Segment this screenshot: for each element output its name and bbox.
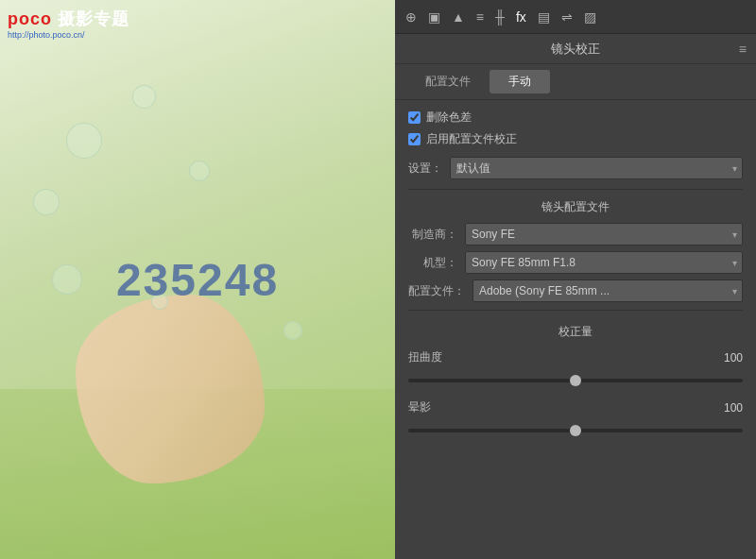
model-dropdown[interactable]: Sony FE 85mm F1.8 (465, 251, 743, 274)
tab-manual[interactable]: 手动 (490, 70, 550, 93)
panel-menu-icon[interactable]: ≡ (739, 42, 747, 57)
toolbar-icon-6[interactable]: ⇌ (558, 8, 576, 26)
toolbar-icon-3[interactable]: ≡ (473, 8, 487, 26)
slider-name-distortion: 扭曲度 (408, 349, 442, 365)
toolbar-icon-7[interactable]: ▨ (581, 8, 599, 26)
model-dropdown-wrapper: Sony FE 85mm F1.8 (465, 251, 743, 274)
slider-value-vignette: 100 (714, 401, 743, 415)
slider-vignette[interactable] (408, 429, 743, 432)
slider-name-vignette: 晕影 (408, 399, 431, 415)
checkbox-row-enable-profile: 启用配置文件校正 (408, 131, 743, 147)
toolbar-icon-5[interactable]: ▤ (535, 8, 553, 26)
manufacturer-dropdown-wrapper: Sony FE (465, 223, 743, 246)
panel-content[interactable]: 删除色差 启用配置文件校正 设置： 默认值 自定义 镜头配置文件 制造商： S (395, 100, 756, 559)
checkbox-row-remove-ca: 删除色差 (408, 110, 743, 126)
slider-row-distortion: 扭曲度 100 (408, 349, 743, 386)
watermark-number: 235248 (116, 254, 279, 306)
toolbar-icon-fx[interactable]: fx (513, 8, 529, 26)
lens-profile-section-title: 镜头配置文件 (408, 199, 743, 215)
toolbar-icon-4[interactable]: ╫ (492, 8, 507, 26)
poco-logo: poco 摄影专题 (8, 8, 129, 30)
slider-distortion[interactable] (408, 379, 743, 382)
tabs-row: 配置文件 手动 (395, 64, 756, 100)
profile-label-model: 机型： (408, 255, 457, 271)
slider-header-vignette: 晕影 100 (408, 399, 743, 415)
hand-image (76, 295, 265, 483)
toolbar-icon-0[interactable]: ⊕ (403, 8, 420, 26)
configfile-dropdown[interactable]: Adobe (Sony FE 85mm ... (472, 280, 743, 302)
poco-url: http://photo.poco.cn/ (8, 30, 129, 40)
divider-2 (408, 310, 743, 311)
settings-dropdown-wrapper: 默认值 自定义 (450, 157, 743, 179)
profile-label-configfile: 配置文件： (408, 283, 465, 299)
profile-row-manufacturer: 制造商： Sony FE (408, 223, 743, 246)
tab-profile[interactable]: 配置文件 (406, 70, 490, 93)
bubble (33, 189, 60, 215)
manufacturer-dropdown[interactable]: Sony FE (465, 223, 743, 246)
settings-dropdown[interactable]: 默认值 自定义 (450, 157, 743, 179)
profile-row-model: 机型： Sony FE 85mm F1.8 (408, 251, 743, 274)
profile-label-manufacturer: 制造商： (408, 227, 457, 243)
divider-1 (408, 189, 743, 190)
bubble (284, 321, 302, 340)
correction-section-title: 校正量 (408, 324, 743, 340)
settings-label: 设置： (408, 161, 442, 177)
toolbar-icon-1[interactable]: ▣ (425, 8, 443, 26)
right-panel: ⊕ ▣ ▲ ≡ ╫ fx ▤ ⇌ ▨ 镜头校正 ≡ 配置文件 手动 删除色差 启… (395, 0, 756, 559)
watermark: poco 摄影专题 http://photo.poco.cn/ (8, 8, 129, 40)
slider-header-distortion: 扭曲度 100 (408, 349, 743, 365)
toolbar-icon-2[interactable]: ▲ (449, 8, 468, 26)
panel-title: 镜头校正 (551, 41, 600, 58)
bubble (132, 85, 156, 109)
checkbox-enable-profile[interactable] (408, 133, 421, 145)
configfile-dropdown-wrapper: Adobe (Sony FE 85mm ... (472, 280, 743, 302)
settings-row: 设置： 默认值 自定义 (408, 157, 743, 179)
bubble (66, 123, 102, 159)
checkbox-label-remove-ca: 删除色差 (426, 110, 472, 126)
bubble (52, 264, 82, 295)
profile-row-configfile: 配置文件： Adobe (Sony FE 85mm ... (408, 280, 743, 302)
photo-panel: poco 摄影专题 http://photo.poco.cn/ 235248 (0, 0, 395, 559)
slider-row-vignette: 晕影 100 (408, 399, 743, 436)
toolbar: ⊕ ▣ ▲ ≡ ╫ fx ▤ ⇌ ▨ (395, 0, 756, 34)
panel-header: 镜头校正 ≡ (395, 34, 756, 64)
bubble (189, 161, 210, 181)
checkbox-remove-ca[interactable] (408, 111, 421, 124)
checkbox-label-enable-profile: 启用配置文件校正 (426, 131, 517, 147)
slider-value-distortion: 100 (714, 351, 743, 364)
